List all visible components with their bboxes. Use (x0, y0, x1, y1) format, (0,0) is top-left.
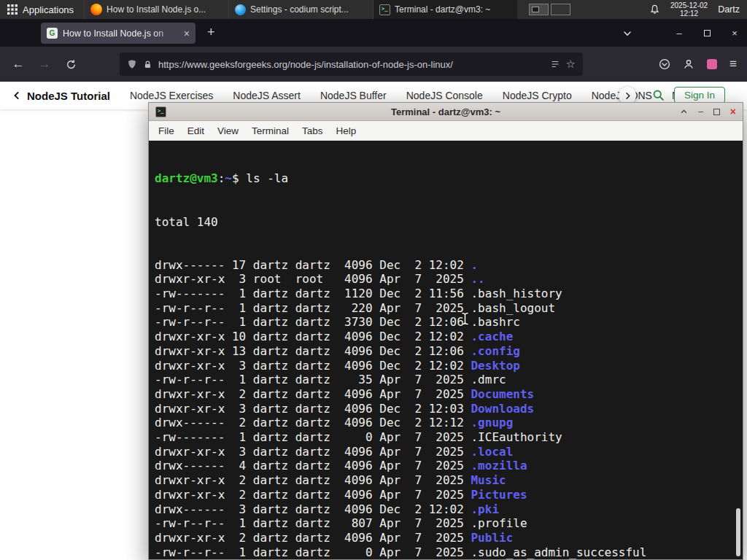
prompt-command: ls -la (246, 171, 288, 185)
menu-view[interactable]: View (211, 125, 245, 136)
file-name: .. (471, 272, 484, 286)
file-name: .bash_logout (471, 301, 555, 315)
terminal-title: Terminal - dartz@vm3: ~ (149, 106, 743, 117)
url-text[interactable]: https://www.geeksforgeeks.org/node-js/in… (158, 59, 544, 70)
terminal-output-line: -rw-r--r-- 1 dartz dartz 3730 Dec 2 12:0… (155, 315, 743, 330)
terminal-window: Terminal - dartz@vm3: ~ – × File Edit Vi… (148, 102, 743, 560)
file-meta: -rw-r--r-- 1 dartz dartz 35 Apr 7 2025 (155, 373, 471, 386)
browser-tab[interactable]: G How to Install Node.js on × (41, 23, 196, 44)
taskbar-item-browser[interactable]: How to Install Node.js o... (84, 0, 228, 19)
file-name: .gnupg (471, 416, 513, 429)
terminal-output-line: drwxr-xr-x 2 dartz dartz 4096 Apr 7 2025… (155, 387, 743, 402)
file-meta: drwxr-xr-x 3 dartz dartz 4096 Dec 2 12:0… (155, 359, 471, 373)
address-bar[interactable]: https://www.geeksforgeeks.org/node-js/in… (120, 52, 583, 76)
browser-window-controls: – × (674, 20, 740, 47)
terminal-screen[interactable]: dartz@vm3:~$ ls -la total 140 drwx------… (149, 141, 743, 559)
app-menu-button[interactable]: ≡ (729, 57, 737, 71)
clock-date: 2025-12-02 (670, 1, 708, 9)
file-meta: -rw-r--r-- 1 dartz dartz 807 Apr 7 2025 (155, 516, 471, 530)
terminal-output-line: drwxr-xr-x 3 dartz dartz 4096 Apr 7 2025… (155, 445, 743, 459)
nav-current-section[interactable]: NodeJS Tutorial (13, 90, 110, 102)
window-close-button[interactable]: × (729, 28, 740, 39)
navigation-toolbar: ← → https://www.geeksforgeeks.org/node-j… (0, 47, 747, 82)
taskbar-item-label: Terminal - dartz@vm3: ~ (395, 4, 490, 15)
prompt-user-host: dartz@vm3 (155, 171, 218, 185)
notification-bell-icon[interactable] (649, 4, 660, 15)
terminal-output-line: -rw------- 1 dartz dartz 1120 Dec 2 11:5… (155, 287, 743, 301)
file-name: .ICEauthority (471, 430, 562, 444)
taskbar-item-label: Settings - codium script... (250, 4, 349, 15)
file-meta: drwx------ 3 dartz dartz 4096 Dec 2 12:0… (155, 502, 471, 516)
maximize-button[interactable] (713, 109, 720, 115)
taskbar: How to Install Node.js o... Settings - c… (84, 0, 517, 19)
window-minimize-button[interactable]: – (674, 28, 684, 39)
terminal-scrollbar[interactable] (735, 141, 741, 559)
terminal-output-line: drwx------ 2 dartz dartz 4096 Dec 2 12:1… (155, 416, 743, 430)
file-name: Music (471, 473, 506, 487)
rollup-button[interactable] (680, 108, 688, 115)
file-meta: drwx------ 4 dartz dartz 4096 Apr 7 2025 (155, 459, 471, 472)
workspace-2[interactable] (551, 4, 570, 15)
tab-close-icon[interactable]: × (184, 28, 190, 39)
file-name: Downloads (471, 402, 534, 416)
taskbar-item-codium[interactable]: Settings - codium script... (228, 0, 373, 19)
file-name: .config (471, 344, 519, 358)
terminal-output-line: -rw-r--r-- 1 dartz dartz 220 Apr 7 2025 … (155, 301, 743, 316)
terminal-icon (379, 4, 390, 15)
firefox-icon (90, 4, 102, 15)
nav-item[interactable]: NodeJS Console (406, 90, 483, 101)
pocket-icon[interactable] (659, 58, 670, 70)
reload-button[interactable] (60, 53, 82, 75)
new-tab-button[interactable]: + (207, 25, 215, 40)
window-maximize-button[interactable] (702, 28, 712, 39)
nav-item[interactable]: NodeJS Exercises (130, 90, 213, 101)
file-name: .bashrc (471, 315, 519, 329)
minimize-button[interactable]: – (698, 107, 703, 116)
workspace-1[interactable] (529, 4, 549, 15)
user-menu[interactable]: Dartz (718, 4, 740, 15)
sign-in-button[interactable]: Sign In (674, 87, 725, 104)
clock[interactable]: 2025-12-02 12:12 (670, 1, 708, 18)
clock-time: 12:12 (670, 9, 708, 18)
taskbar-item-label: How to Install Node.js o... (107, 4, 206, 15)
taskbar-item-terminal[interactable]: Terminal - dartz@vm3: ~ (373, 0, 517, 19)
file-name: .bash_history (471, 287, 562, 300)
terminal-output-line: drwxr-xr-x 3 dartz dartz 4096 Dec 2 12:0… (155, 402, 743, 416)
terminal-titlebar[interactable]: Terminal - dartz@vm3: ~ – × (149, 103, 743, 121)
prompt-colon: : (218, 171, 225, 185)
menu-terminal[interactable]: Terminal (245, 125, 295, 136)
file-name: . (471, 258, 478, 272)
file-meta: -rw------- 1 dartz dartz 1120 Dec 2 11:5… (155, 287, 471, 300)
menu-edit[interactable]: Edit (181, 125, 211, 136)
forward-button[interactable]: → (34, 53, 55, 75)
file-meta: drwxr-xr-x 2 dartz dartz 4096 Apr 7 2025 (155, 488, 471, 502)
menu-file[interactable]: File (152, 125, 181, 136)
extension-icon[interactable] (707, 59, 717, 69)
close-button[interactable]: × (730, 106, 736, 117)
prompt-symbol: $ (232, 171, 246, 185)
file-meta: -rw-r--r-- 1 dartz dartz 220 Apr 7 2025 (155, 301, 471, 315)
bookmark-star-icon[interactable]: ☆ (566, 58, 576, 71)
applications-menu-button[interactable]: Applications (0, 0, 81, 19)
file-meta: drwxr-xr-x 2 dartz dartz 4096 Apr 7 2025 (155, 473, 471, 487)
file-meta: drwxr-xr-x 3 dartz dartz 4096 Dec 2 12:0… (155, 402, 471, 416)
menu-tabs[interactable]: Tabs (295, 125, 330, 136)
lock-icon[interactable] (143, 60, 152, 69)
menu-help[interactable]: Help (330, 125, 363, 136)
file-name: .local (471, 445, 513, 459)
terminal-output-total: total 140 (155, 215, 743, 230)
file-meta: -rw-r--r-- 1 dartz dartz 3730 Dec 2 12:0… (155, 315, 471, 329)
scrollbar-thumb[interactable] (736, 508, 740, 556)
list-tabs-button[interactable] (623, 28, 632, 41)
nav-item[interactable]: NodeJS Buffer (320, 90, 387, 101)
back-button[interactable]: ← (7, 53, 29, 75)
account-icon[interactable] (683, 58, 694, 70)
terminal-output-line: -rw-r--r-- 1 dartz dartz 35 Apr 7 2025 .… (155, 373, 743, 387)
nav-item[interactable]: NodeJS Crypto (503, 90, 572, 101)
chevron-right-icon (624, 92, 631, 100)
file-meta: drwxr-xr-x 13 dartz dartz 4096 Dec 2 12:… (155, 344, 471, 358)
file-name: Desktop (471, 359, 519, 373)
reader-mode-icon[interactable] (550, 59, 560, 69)
nav-item[interactable]: NodeJS Assert (233, 90, 301, 101)
tracking-shield-icon[interactable] (127, 59, 137, 69)
